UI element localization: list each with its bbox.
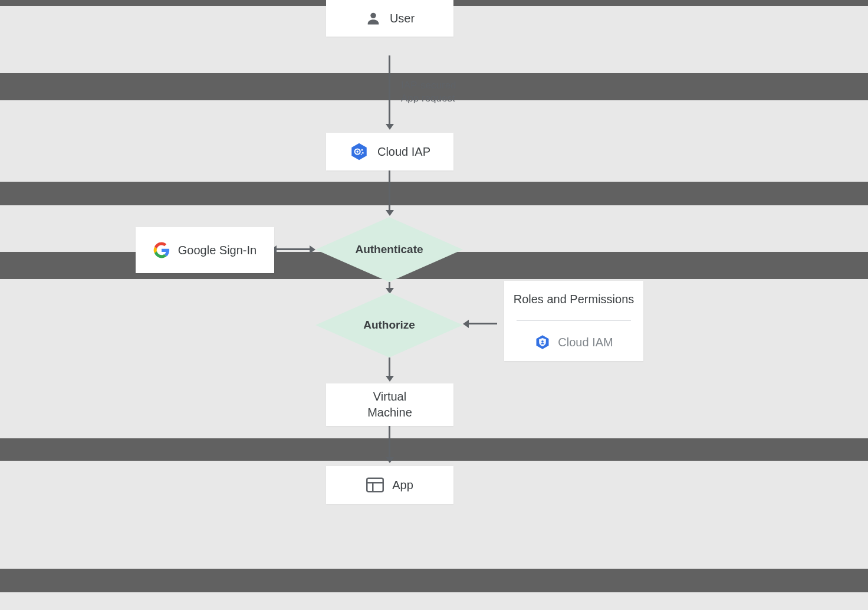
svg-point-3 [356,150,358,152]
edge-authz-to-vm [389,358,390,377]
divider [517,320,631,321]
node-google-signin: Google Sign-In [136,227,274,273]
edge-auth-to-authz [389,282,390,289]
background-band [0,569,868,592]
node-cloud-iam-label: Cloud IAM [558,334,613,350]
node-cloud-iap: Cloud IAP [326,133,453,170]
node-authenticate-label: Authenticate [355,243,423,256]
edge-roles-to-authz [468,323,497,324]
svg-point-8 [541,340,544,343]
node-authorize: Authorize [315,293,463,358]
svg-rect-9 [367,478,383,492]
edge-iap-to-auth [389,170,390,211]
node-roles-permissions: Roles and Permissions Cloud IAM [504,281,643,361]
edge-vm-to-app [389,426,390,458]
node-vm-label: Virtual Machine [367,389,412,421]
background-band [0,438,868,461]
background-band [0,182,868,205]
svg-point-4 [361,149,363,151]
svg-point-6 [361,154,362,155]
node-user-label: User [390,11,415,27]
edge-user-to-iap [389,55,390,125]
app-icon [366,477,384,493]
diagram-canvas: IAP-secured App request User Cloud IAP G… [0,0,868,610]
node-authenticate: Authenticate [315,217,463,282]
node-user: User [326,0,453,37]
svg-point-0 [370,13,376,18]
node-cloud-iap-label: Cloud IAP [377,144,430,160]
node-app: App [326,466,453,504]
svg-marker-1 [351,143,367,160]
node-google-signin-label: Google Sign-In [178,242,257,258]
node-virtual-machine: Virtual Machine [326,383,453,426]
edge-signin-to-auth [275,248,311,250]
node-app-label: App [392,477,413,493]
cloud-iap-icon [349,142,369,162]
node-authorize-label: Authorize [363,319,415,332]
google-icon [153,242,170,258]
node-roles-title: Roles and Permissions [514,291,634,307]
user-icon [365,10,382,27]
cloud-iam-icon [534,334,551,350]
edge-label-request: IAP-secured App request [401,79,456,105]
svg-point-5 [362,152,364,154]
